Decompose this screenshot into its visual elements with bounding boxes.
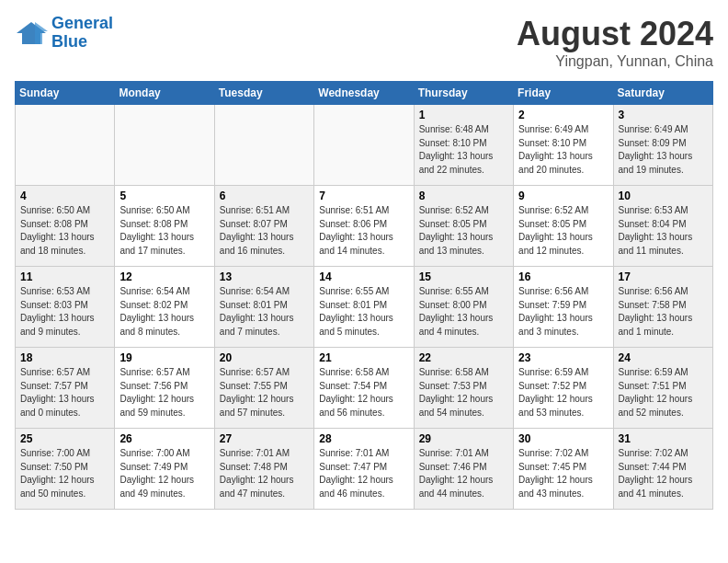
day-number: 29 (419, 432, 508, 445)
calendar-cell: 13Sunrise: 6:54 AMSunset: 8:01 PMDayligh… (214, 267, 313, 348)
calendar-cell: 2Sunrise: 6:49 AMSunset: 8:10 PMDaylight… (514, 105, 613, 186)
day-number: 7 (319, 190, 408, 202)
cell-info: Sunrise: 6:55 AMSunset: 8:01 PMDaylight:… (319, 285, 408, 339)
day-number: 6 (220, 190, 309, 202)
logo-line1: General (51, 14, 113, 32)
cell-info: Sunrise: 6:50 AMSunset: 8:08 PMDaylight:… (119, 204, 209, 258)
day-number: 5 (119, 190, 209, 202)
day-number: 11 (20, 270, 109, 283)
day-number: 16 (518, 270, 608, 283)
calendar-cell: 9Sunrise: 6:52 AMSunset: 8:05 PMDaylight… (514, 186, 613, 267)
calendar-cell: 4Sunrise: 6:50 AMSunset: 8:08 PMDaylight… (16, 186, 115, 267)
day-number: 31 (619, 432, 708, 445)
day-number: 20 (220, 351, 309, 364)
cell-info: Sunrise: 7:01 AMSunset: 7:47 PMDaylight:… (319, 447, 408, 500)
cell-info: Sunrise: 6:52 AMSunset: 8:05 PMDaylight:… (419, 204, 508, 258)
cell-info: Sunrise: 6:59 AMSunset: 7:51 PMDaylight:… (619, 366, 708, 419)
calendar-week-row: 18Sunrise: 6:57 AMSunset: 7:57 PMDayligh… (16, 348, 713, 429)
calendar-cell: 25Sunrise: 7:00 AMSunset: 7:50 PMDayligh… (16, 429, 115, 510)
calendar-cell: 31Sunrise: 7:02 AMSunset: 7:44 PMDayligh… (613, 429, 712, 510)
calendar-cell: 20Sunrise: 6:57 AMSunset: 7:55 PMDayligh… (214, 348, 313, 429)
calendar-cell: 24Sunrise: 6:59 AMSunset: 7:51 PMDayligh… (613, 348, 712, 429)
cell-info: Sunrise: 6:54 AMSunset: 8:01 PMDaylight:… (220, 285, 309, 339)
calendar-cell: 11Sunrise: 6:53 AMSunset: 8:03 PMDayligh… (16, 267, 115, 348)
calendar-cell: 18Sunrise: 6:57 AMSunset: 7:57 PMDayligh… (16, 348, 115, 429)
calendar-cell: 27Sunrise: 7:01 AMSunset: 7:48 PMDayligh… (214, 429, 313, 510)
day-number: 14 (319, 270, 408, 283)
cell-info: Sunrise: 6:57 AMSunset: 7:56 PMDaylight:… (119, 366, 209, 419)
calendar-cell: 5Sunrise: 6:50 AMSunset: 8:08 PMDaylight… (115, 186, 214, 267)
calendar-header-monday: Monday (115, 82, 214, 105)
day-number: 23 (518, 351, 608, 364)
cell-info: Sunrise: 6:52 AMSunset: 8:05 PMDaylight:… (518, 204, 608, 258)
calendar-table: SundayMondayTuesdayWednesdayThursdayFrid… (15, 81, 713, 510)
day-number: 30 (518, 432, 608, 445)
calendar-cell: 22Sunrise: 6:58 AMSunset: 7:53 PMDayligh… (414, 348, 513, 429)
cell-info: Sunrise: 6:56 AMSunset: 7:58 PMDaylight:… (619, 285, 708, 339)
day-number: 17 (619, 270, 708, 283)
cell-info: Sunrise: 7:01 AMSunset: 7:48 PMDaylight:… (220, 447, 309, 500)
calendar-week-row: 4Sunrise: 6:50 AMSunset: 8:08 PMDaylight… (16, 186, 713, 267)
logo: General Blue (15, 15, 113, 52)
calendar-cell: 21Sunrise: 6:58 AMSunset: 7:54 PMDayligh… (314, 348, 414, 429)
day-number: 8 (419, 190, 508, 202)
calendar-cell: 19Sunrise: 6:57 AMSunset: 7:56 PMDayligh… (115, 348, 214, 429)
calendar-cell: 16Sunrise: 6:56 AMSunset: 7:59 PMDayligh… (514, 267, 613, 348)
day-number: 18 (20, 351, 109, 364)
day-number: 28 (319, 432, 408, 445)
calendar-header-tuesday: Tuesday (214, 82, 313, 105)
calendar-cell: 3Sunrise: 6:49 AMSunset: 8:09 PMDaylight… (613, 105, 712, 186)
cell-info: Sunrise: 6:50 AMSunset: 8:08 PMDaylight:… (20, 204, 109, 258)
cell-info: Sunrise: 6:51 AMSunset: 8:07 PMDaylight:… (220, 204, 309, 258)
calendar-cell (115, 105, 214, 186)
day-number: 22 (419, 351, 508, 364)
calendar-cell: 26Sunrise: 7:00 AMSunset: 7:49 PMDayligh… (115, 429, 214, 510)
calendar-cell: 23Sunrise: 6:59 AMSunset: 7:52 PMDayligh… (514, 348, 613, 429)
calendar-cell (214, 105, 313, 186)
calendar-cell: 7Sunrise: 6:51 AMSunset: 8:06 PMDaylight… (314, 186, 414, 267)
logo-text: General Blue (51, 15, 113, 52)
calendar-cell: 14Sunrise: 6:55 AMSunset: 8:01 PMDayligh… (314, 267, 414, 348)
calendar-cell: 1Sunrise: 6:48 AMSunset: 8:10 PMDaylight… (414, 105, 513, 186)
day-number: 19 (119, 351, 209, 364)
day-number: 9 (518, 190, 608, 202)
cell-info: Sunrise: 6:54 AMSunset: 8:02 PMDaylight:… (119, 285, 209, 339)
day-number: 25 (20, 432, 109, 445)
logo-line2: Blue (51, 32, 87, 51)
calendar-cell: 17Sunrise: 6:56 AMSunset: 7:58 PMDayligh… (613, 267, 712, 348)
calendar-cell: 8Sunrise: 6:52 AMSunset: 8:05 PMDaylight… (414, 186, 513, 267)
cell-info: Sunrise: 6:58 AMSunset: 7:54 PMDaylight:… (319, 366, 408, 419)
calendar-header-saturday: Saturday (613, 82, 712, 105)
header: General Blue August 2024 Yingpan, Yunnan… (15, 15, 713, 70)
calendar-week-row: 11Sunrise: 6:53 AMSunset: 8:03 PMDayligh… (16, 267, 713, 348)
cell-info: Sunrise: 6:55 AMSunset: 8:00 PMDaylight:… (419, 285, 508, 339)
cell-info: Sunrise: 6:57 AMSunset: 7:55 PMDaylight:… (220, 366, 309, 419)
logo-icon (15, 20, 48, 46)
title-block: August 2024 Yingpan, Yunnan, China (517, 15, 713, 70)
cell-info: Sunrise: 6:49 AMSunset: 8:09 PMDaylight:… (619, 123, 708, 177)
day-number: 1 (419, 109, 508, 121)
calendar-cell: 10Sunrise: 6:53 AMSunset: 8:04 PMDayligh… (613, 186, 712, 267)
calendar-cell: 30Sunrise: 7:02 AMSunset: 7:45 PMDayligh… (514, 429, 613, 510)
day-number: 24 (619, 351, 708, 364)
cell-info: Sunrise: 6:56 AMSunset: 7:59 PMDaylight:… (518, 285, 608, 339)
calendar-cell (314, 105, 414, 186)
day-number: 13 (220, 270, 309, 283)
calendar-header-wednesday: Wednesday (314, 82, 414, 105)
day-number: 15 (419, 270, 508, 283)
day-number: 10 (619, 190, 708, 202)
day-number: 12 (119, 270, 209, 283)
day-number: 3 (619, 109, 708, 121)
calendar-cell: 15Sunrise: 6:55 AMSunset: 8:00 PMDayligh… (414, 267, 513, 348)
day-number: 21 (319, 351, 408, 364)
calendar-week-row: 1Sunrise: 6:48 AMSunset: 8:10 PMDaylight… (16, 105, 713, 186)
cell-info: Sunrise: 6:53 AMSunset: 8:04 PMDaylight:… (619, 204, 708, 258)
calendar-cell: 6Sunrise: 6:51 AMSunset: 8:07 PMDaylight… (214, 186, 313, 267)
cell-info: Sunrise: 7:00 AMSunset: 7:50 PMDaylight:… (20, 447, 109, 500)
calendar-header-friday: Friday (514, 82, 613, 105)
calendar-cell: 29Sunrise: 7:01 AMSunset: 7:46 PMDayligh… (414, 429, 513, 510)
cell-info: Sunrise: 6:58 AMSunset: 7:53 PMDaylight:… (419, 366, 508, 419)
day-number: 4 (20, 190, 109, 202)
calendar-cell (16, 105, 115, 186)
calendar-week-row: 25Sunrise: 7:00 AMSunset: 7:50 PMDayligh… (16, 429, 713, 510)
